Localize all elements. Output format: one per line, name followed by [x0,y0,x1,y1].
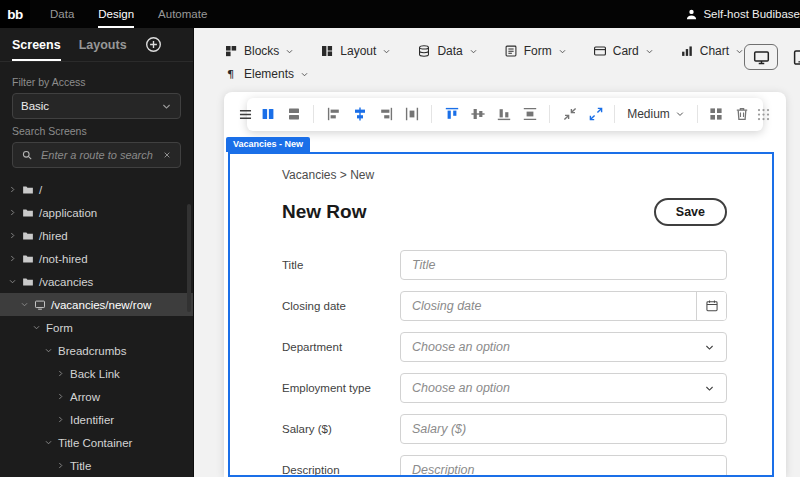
drag-handle-icon[interactable] [756,107,771,122]
user-menu[interactable]: Self-host Budibase [685,8,800,21]
distribute-h-button[interactable] [399,102,424,127]
tree-item[interactable]: /application [0,201,193,224]
tree-item[interactable]: /hired [0,224,193,247]
chevron-down-icon [285,47,294,56]
field-input-closing-date[interactable] [401,292,696,320]
field-select-value: Choose an option [412,340,510,354]
tree-item[interactable]: Arrow [0,385,193,408]
component-menu-form[interactable]: Form [504,44,567,58]
component-menu-label: Layout [340,44,376,58]
filter-by-access-label: Filter by Access [12,76,181,88]
component-menu-layout[interactable]: Layout [320,44,391,58]
columns-button[interactable] [255,102,280,127]
field-input-salary[interactable] [401,415,726,443]
tree-item-label: Form [46,322,73,334]
component-menu-label: Data [437,44,462,58]
elements-icon: ¶ [224,67,238,81]
chevron-down-icon [675,109,685,119]
budibase-logo[interactable]: bb [0,0,30,28]
component-menu-elements[interactable]: ¶Elements [224,67,309,81]
route-search-input[interactable] [39,148,156,162]
tree-item[interactable]: Back Link [0,362,193,385]
chevron-right-icon [8,231,17,240]
grid-icon [708,106,724,122]
navigation-menu-button[interactable] [237,106,254,123]
field-label: Description [282,464,400,476]
access-filter-select[interactable]: Basic [12,93,181,119]
folder-icon [22,184,34,196]
distribute-v-button[interactable] [517,102,542,127]
field-label: Title [282,259,400,271]
budibase-builder: bb DataDesignAutomate Self-host Budibase… [0,0,800,477]
align-bottom-icon [496,106,512,122]
expand-button[interactable] [583,102,608,127]
chevron-down-icon [32,323,41,332]
tree-item[interactable]: Identifier [0,408,193,431]
tree-item-label: Title [70,460,91,472]
tree-item-label: /vacancies/new/row [51,299,151,311]
sidebar-scrollbar[interactable] [187,204,191,312]
size-select[interactable]: Medium [621,107,691,121]
component-menu-chart[interactable]: Chart [680,44,744,58]
component-menu-label: Elements [244,67,294,81]
preview-frame[interactable]: Vacancies > New New Row Save TitleClosin… [228,152,774,477]
field-select-employment-type[interactable]: Choose an option [400,373,727,403]
tree-item[interactable]: /vacancies [0,270,193,293]
title-row: New Row Save [282,198,727,226]
component-menu-data[interactable]: Data [417,44,477,58]
align-bottom-button[interactable] [491,102,516,127]
sidebar-tab-layouts[interactable]: Layouts [79,28,127,61]
calendar-icon [705,299,719,313]
tree-item[interactable]: Title [0,454,193,477]
blocks-icon [224,44,238,58]
tree-item[interactable]: /vacancies/new/row [0,293,193,316]
component-menu-blocks[interactable]: Blocks [224,44,294,58]
tree-item[interactable]: / [0,178,193,201]
breadcrumb[interactable]: Vacancies > New [282,168,727,182]
chevron-down-icon [469,47,478,56]
chevron-right-icon [8,254,17,263]
chevron-down-icon [558,47,567,56]
device-desktop-button[interactable] [744,44,778,70]
date-picker-button[interactable] [696,292,726,320]
clear-search-icon[interactable] [162,150,172,160]
tree-item[interactable]: Form [0,316,193,339]
chevron-right-icon [56,392,65,401]
menu-icon [237,106,254,123]
field-input-description[interactable] [401,456,726,477]
add-screen-button[interactable] [145,36,162,53]
screens-sidebar: ScreensLayouts Filter by Access Basic Se… [0,28,194,477]
tree-item[interactable]: /not-hired [0,247,193,270]
tree-item-label: Arrow [70,391,100,403]
top-nav: DataDesignAutomate [38,0,219,28]
field-label: Closing date [282,300,400,312]
top-tab-data[interactable]: Data [38,0,86,28]
chevron-down-icon [44,346,53,355]
trash-button[interactable] [730,102,755,127]
align-right-icon [378,106,394,122]
tree-item-label: /application [39,207,97,219]
component-menu-card[interactable]: Card [593,44,654,58]
align-left-button[interactable] [321,102,346,127]
form-field-row: Employment typeChoose an option [282,373,727,403]
field-select-department[interactable]: Choose an option [400,332,727,362]
sidebar-controls: Filter by Access Basic Search Screens [0,62,193,172]
save-button[interactable]: Save [654,198,727,226]
align-middle-button[interactable] [465,102,490,127]
sidebar-tab-screens[interactable]: Screens [12,28,61,61]
top-tab-automate[interactable]: Automate [146,0,219,28]
top-tab-design[interactable]: Design [86,0,146,28]
tree-item[interactable]: Breadcrumbs [0,339,193,362]
align-top-button[interactable] [439,102,464,127]
align-right-button[interactable] [373,102,398,127]
collapse-button[interactable] [557,102,582,127]
tree-item-label: / [39,184,42,196]
align-center-h-button[interactable] [347,102,372,127]
grid-button[interactable] [704,102,729,127]
folder-icon [22,253,34,265]
component-settings-toolbar: Medium [247,98,763,131]
tree-item[interactable]: Title Container [0,431,193,454]
device-tablet-button[interactable] [782,44,800,70]
rows-button[interactable] [281,102,306,127]
field-input-title[interactable] [401,251,726,279]
